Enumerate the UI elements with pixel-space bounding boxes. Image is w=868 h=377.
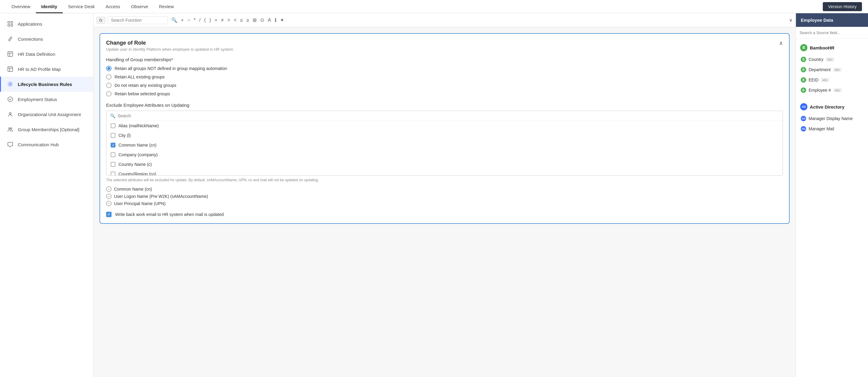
ad-icon: AD — [800, 103, 807, 110]
radio-circle-unselected-2 — [106, 83, 112, 88]
bamboohr-header: B BambooHR — [796, 41, 868, 54]
radio-do-not-retain[interactable]: Do not retain any existing groups — [106, 83, 783, 88]
writeback-row[interactable]: Write back work email to HR system when … — [106, 212, 783, 217]
remove-samaccount-icon[interactable]: − — [106, 194, 112, 199]
check-circle-icon — [7, 96, 13, 103]
formula-plus-icon[interactable]: + — [180, 17, 185, 24]
active-directory-section: AD Active Directory AD Manager Display N… — [796, 98, 868, 136]
sidebar-item-hr-data[interactable]: HR Data Definition — [0, 47, 93, 61]
radio-group: Retain all groups NOT defined in group m… — [106, 66, 783, 96]
radio-retain-not-defined[interactable]: Retain all groups NOT defined in group m… — [106, 66, 783, 71]
field-manager-dn-icon: AD — [801, 116, 806, 121]
content-column: fx 🔍 + − * / ( ) = ≠ > < ≤ ≥ ⊞ — [93, 13, 796, 377]
checkbox-city[interactable]: City (l) — [106, 130, 783, 140]
formula-clock-icon[interactable]: ⊙ — [259, 17, 265, 24]
nav-overview[interactable]: Overview — [6, 0, 36, 13]
field-manager-mail[interactable]: AD Manager Mail — [796, 124, 868, 134]
formula-search-icon[interactable]: 🔍 — [170, 17, 178, 24]
nav-identity[interactable]: Identity — [36, 0, 63, 13]
sidebar-item-org-unit[interactable]: Organizational Unit Assignment — [0, 107, 93, 122]
svg-rect-2 — [8, 24, 10, 26]
radio-circle-selected — [106, 66, 112, 71]
sidebar-item-lifecycle[interactable]: Lifecycle Business Rules — [0, 77, 93, 92]
selected-attr-cn: − Common Name (cn) — [106, 186, 783, 192]
card-title: Change of Role — [106, 40, 233, 46]
formula-info-icon[interactable]: ℹ — [274, 17, 277, 24]
checkbox-country-name[interactable]: Country Name (c) — [106, 160, 783, 169]
remove-upn-icon[interactable]: − — [106, 201, 112, 206]
selected-attributes: − Common Name (cn) − User Logon Name (Pr… — [106, 186, 783, 206]
checkbox-city-box — [111, 133, 116, 138]
checkbox-country-region[interactable]: Country/Region (co) — [106, 169, 783, 175]
remove-cn-icon[interactable]: − — [106, 186, 112, 192]
grid-icon — [7, 21, 13, 27]
formula-text-icon[interactable]: A — [267, 17, 272, 24]
nav-service-desk[interactable]: Service Desk — [63, 0, 100, 13]
radio-retain-below[interactable]: Retain below selected groups — [106, 91, 783, 96]
sidebar-item-group-memberships[interactable]: Group Memberships [Optional] — [0, 122, 93, 137]
sidebar-item-applications[interactable]: Applications — [0, 16, 93, 31]
formula-lte-icon[interactable]: ≤ — [239, 17, 244, 24]
main-layout: Applications Connections HR Data Definit… — [0, 13, 868, 377]
attribute-search-input[interactable] — [118, 113, 779, 118]
checkbox-alias-box — [111, 123, 116, 128]
sidebar-item-communication-hub[interactable]: Communication Hub — [0, 137, 93, 152]
sidebar-item-connections[interactable]: Connections — [0, 31, 93, 47]
svg-rect-7 — [8, 67, 13, 71]
map-icon — [7, 66, 13, 72]
formula-multiply-icon[interactable]: * — [193, 17, 196, 24]
svg-point-14 — [10, 128, 12, 129]
sidebar-item-hr-ad-map[interactable]: HR to AD Profile Map — [0, 61, 93, 77]
formula-equals-icon[interactable]: = — [214, 17, 218, 24]
fx-badge: fx — [96, 17, 105, 24]
checkbox-common-name[interactable]: Common Name (cn) — [106, 140, 783, 150]
field-country-icon: B — [801, 57, 806, 62]
top-nav: Overview Identity Service Desk Access Ob… — [0, 0, 868, 13]
attribute-search-input-row: 🔍 — [106, 111, 783, 121]
users-icon — [7, 111, 13, 118]
svg-point-12 — [9, 113, 11, 114]
formula-gt-icon[interactable]: > — [226, 17, 231, 24]
source-field-search-input[interactable] — [800, 30, 864, 35]
active-directory-header: AD Active Directory — [796, 100, 868, 113]
field-employee-num[interactable]: B Employee # abc — [796, 85, 868, 95]
field-department[interactable]: B Department abc — [796, 64, 868, 75]
formula-notequals-icon[interactable]: ≠ — [220, 17, 225, 24]
nav-observe[interactable]: Observe — [126, 0, 154, 13]
svg-rect-0 — [8, 22, 10, 23]
field-manager-mail-icon: AD — [801, 126, 806, 132]
sidebar-item-employment-status[interactable]: Employment Status — [0, 92, 93, 107]
search-function-input[interactable] — [107, 16, 168, 24]
field-country[interactable]: B Country abc — [796, 54, 868, 64]
nav-access[interactable]: Access — [100, 0, 125, 13]
checkbox-company-box — [111, 152, 116, 157]
field-eeid-icon: B — [801, 77, 806, 83]
right-panel-search — [796, 27, 868, 38]
formula-minus-icon[interactable]: − — [186, 17, 191, 24]
card-collapse-button[interactable]: ∧ — [779, 40, 783, 47]
card-header: Change of Role Update user in Identity P… — [106, 40, 783, 52]
formula-divide-icon[interactable]: / — [198, 17, 202, 24]
field-eeid[interactable]: B EEID abc — [796, 75, 868, 85]
field-manager-display-name[interactable]: AD Manager Display Name — [796, 113, 868, 124]
group-icon — [7, 126, 13, 133]
checkbox-company[interactable]: Company (company) — [106, 150, 783, 160]
svg-point-13 — [9, 128, 10, 129]
link-icon — [7, 36, 13, 42]
radio-retain-all[interactable]: Retain ALL existing groups — [106, 74, 783, 80]
right-panel-header: Employee Data — [796, 13, 868, 27]
field-employee-num-icon: B — [801, 87, 806, 93]
formula-special-icon[interactable]: ✦ — [279, 17, 285, 24]
version-history-button[interactable]: Version History — [823, 2, 862, 11]
nav-review[interactable]: Review — [153, 0, 179, 13]
formula-bar: fx 🔍 + − * / ( ) = ≠ > < ≤ ≥ ⊞ — [93, 13, 796, 27]
formula-lparen-icon[interactable]: ( — [203, 17, 207, 24]
formula-lt-icon[interactable]: < — [233, 17, 237, 24]
formula-rparen-icon[interactable]: ) — [209, 17, 212, 24]
formula-gte-icon[interactable]: ≥ — [246, 17, 250, 24]
formula-grid-icon[interactable]: ⊞ — [252, 17, 257, 24]
formula-bar-chevron-icon[interactable]: ∨ — [789, 17, 793, 23]
svg-rect-4 — [8, 52, 13, 56]
exclude-section: Exclude Employee Attributes on Updating … — [106, 103, 783, 182]
checkbox-alias[interactable]: Alias (mailNickName) — [106, 121, 783, 130]
